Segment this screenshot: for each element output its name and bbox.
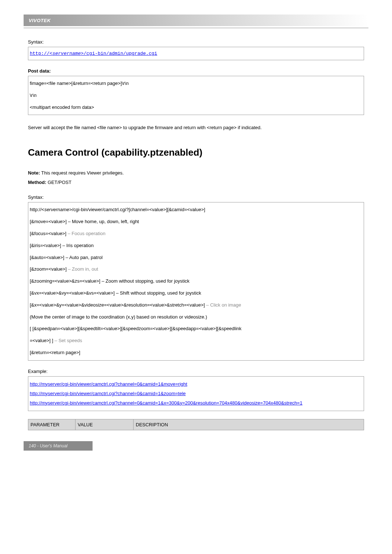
syntax-line: [&vx=<value>&vy=<value>&vs=<value>] – Sh… bbox=[30, 287, 362, 299]
syntax-line: [&x=<value>&y=<value>&videosize=<value>&… bbox=[30, 299, 362, 311]
section-title: Camera Control (capability.ptzenabled) bbox=[28, 147, 364, 158]
table-header-description: DESCRIPTION bbox=[134, 419, 364, 430]
url-prefix: http://< bbox=[30, 51, 52, 56]
table-header-parameter: PARAMETER bbox=[28, 419, 75, 430]
postdata-heading: Post data: bbox=[28, 68, 364, 74]
example-box: http://myserver/cgi-bin/viewer/camctrl.c… bbox=[28, 376, 364, 411]
footer-page-label: 140 - User's Manual bbox=[24, 441, 93, 451]
syntax-line: [&zooming=<value>&zs=<value>] – Zoom wit… bbox=[30, 275, 362, 287]
note-line: Note: This request requires Viewer privi… bbox=[28, 168, 364, 187]
syntax-url[interactable]: http://<servername>/cgi-bin/admin/upgrad… bbox=[30, 51, 157, 56]
note-text: This request requires Viewer privileges. bbox=[40, 170, 124, 176]
brand-logo: VIVOTEK bbox=[29, 18, 51, 23]
postdata-box: fimage=<file name>[&return=<return page>… bbox=[28, 76, 364, 115]
syntax-line: [&iris=<value>] – Iris operation bbox=[30, 240, 362, 252]
example-link[interactable]: http://myserver/cgi-bin/viewer/camctrl.c… bbox=[30, 391, 186, 396]
syntax-line: [&move=<value>] – Move home, up, down, l… bbox=[30, 216, 362, 228]
postdata-paragraph: Server will accept the file named <file … bbox=[28, 123, 364, 132]
parameter-table: PARAMETER VALUE DESCRIPTION bbox=[28, 419, 364, 430]
syntax-codebox-1: http://<servername>/cgi-bin/admin/upgrad… bbox=[28, 47, 364, 60]
syntax-line: [&focus=<value>] – Focus operation bbox=[30, 228, 362, 240]
example-link[interactable]: http://myserver/cgi-bin/viewer/camctrl.c… bbox=[30, 400, 302, 406]
syntax-line: [&auto=<value>] – Auto pan, patrol bbox=[30, 252, 362, 264]
url-var: servername bbox=[52, 51, 81, 56]
syntax-line: [&zoom=<value>] – Zoom in, out bbox=[30, 263, 362, 275]
url-suffix: >/cgi-bin/admin/upgrade.cgi bbox=[81, 51, 157, 56]
syntax-label-1: Syntax: bbox=[28, 39, 364, 45]
postdata-line: \r\n bbox=[30, 90, 362, 102]
syntax-line: [ [&speedpan=<value>][&speedtilt=<value>… bbox=[30, 323, 362, 335]
syntax-line: (Move the center of image to the coordin… bbox=[30, 311, 362, 323]
method-text: GET/POST bbox=[46, 180, 72, 185]
header-rule bbox=[24, 28, 368, 28]
table-header-value: VALUE bbox=[75, 419, 134, 430]
method-label: Method: bbox=[28, 180, 46, 185]
syntax-line: [&return=<return page>] bbox=[30, 347, 362, 359]
syntax-line: =<value>] ] – Set speeds bbox=[30, 335, 362, 347]
postdata-line: <multipart encoded form data> bbox=[30, 102, 362, 114]
example-link[interactable]: http://myserver/cgi-bin/viewer/camctrl.c… bbox=[30, 381, 187, 387]
syntax-parambox: http://<servername>/cgi-bin/viewer/camct… bbox=[28, 202, 364, 360]
example-label: Example: bbox=[28, 369, 364, 374]
postdata-line: fimage=<file name>[&return=<return page>… bbox=[30, 78, 362, 90]
syntax-line: http://<servername>/cgi-bin/viewer/camct… bbox=[30, 204, 362, 216]
note-label: Note: bbox=[28, 170, 40, 176]
header-band: VIVOTEK bbox=[24, 15, 368, 26]
syntax-label-2: Syntax: bbox=[28, 194, 364, 200]
